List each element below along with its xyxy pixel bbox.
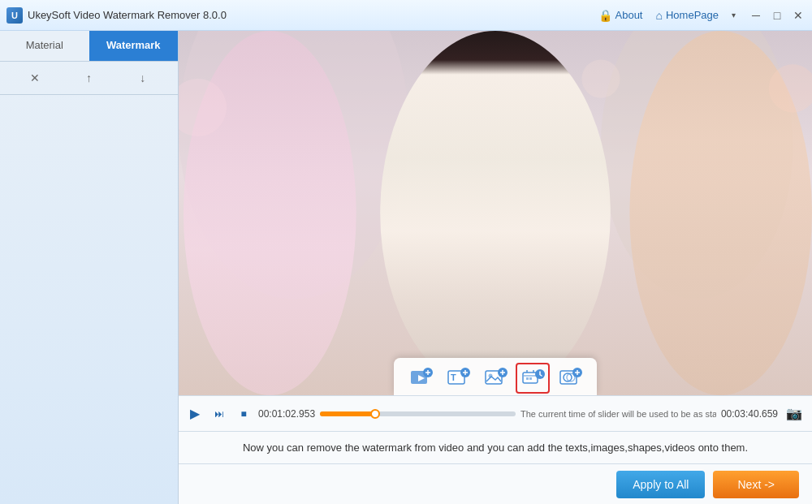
close-button[interactable]: ✕: [791, 8, 806, 23]
video-area: T: [179, 31, 812, 504]
step-forward-button[interactable]: ⏭: [209, 404, 229, 424]
player-tooltip: The current time of slider will be used …: [520, 409, 716, 419]
svg-rect-27: [526, 377, 529, 380]
screenshot-button[interactable]: 📷: [783, 403, 806, 425]
sidebar: Material Watermark ✕ ↑ ↓: [0, 31, 179, 504]
video-background: [179, 31, 812, 395]
title-left: U UkeySoft Video Watermark Remover 8.0.0: [6, 7, 227, 24]
app-title: UkeySoft Video Watermark Remover 8.0.0: [28, 9, 227, 21]
move-up-button[interactable]: ↑: [77, 68, 100, 88]
sidebar-content: [0, 95, 178, 504]
set-time-button[interactable]: [516, 363, 550, 394]
svg-rect-28: [529, 377, 532, 380]
maximize-button[interactable]: □: [770, 8, 784, 23]
lock-icon: 🔒: [598, 9, 612, 22]
info-message: Now you can remove the watermark from vi…: [243, 442, 748, 454]
move-down-button[interactable]: ↓: [132, 68, 154, 88]
sidebar-controls: ✕ ↑ ↓: [0, 62, 178, 95]
duration: 00:03:40.659: [721, 408, 778, 420]
add-image-button[interactable]: [478, 363, 512, 394]
video-scene: [179, 31, 812, 395]
video-frame[interactable]: T: [179, 31, 812, 395]
about-link[interactable]: 🔒 About: [598, 9, 643, 22]
progress-thumb: [370, 409, 380, 419]
stop-button[interactable]: ■: [234, 404, 253, 424]
title-right: 🔒 About ⌂ HomePage ▾ ─ □ ✕: [598, 8, 806, 23]
tab-watermark[interactable]: Watermark: [89, 31, 179, 61]
svg-point-8: [581, 59, 620, 97]
homepage-link[interactable]: ⌂ HomePage: [655, 9, 719, 22]
player-controls: ▶ ⏭ ■ 00:01:02.953 The current time of s…: [179, 395, 812, 431]
dropdown-icon[interactable]: ▾: [732, 11, 736, 19]
tab-material[interactable]: Material: [0, 31, 89, 61]
apply-to-all-button[interactable]: Apply to All: [616, 471, 705, 498]
app-icon: U: [6, 7, 23, 24]
play-button[interactable]: ▶: [185, 404, 205, 424]
next-button[interactable]: Next ->: [713, 471, 799, 498]
window-controls: ─ □ ✕: [749, 8, 806, 23]
toolbar-bar: T: [394, 358, 597, 395]
title-bar: U UkeySoft Video Watermark Remover 8.0.0…: [0, 0, 812, 31]
delete-button[interactable]: ✕: [24, 68, 46, 88]
add-text-button[interactable]: T: [441, 363, 475, 394]
add-media-button[interactable]: [404, 363, 438, 394]
add-effect-button[interactable]: [553, 363, 587, 394]
current-time: 00:01:02.953: [258, 408, 315, 420]
info-section: Now you can remove the watermark from vi…: [179, 431, 812, 463]
progress-fill: [320, 411, 374, 416]
progress-bar[interactable]: [320, 411, 516, 416]
home-icon: ⌂: [655, 9, 662, 22]
sidebar-tabs: Material Watermark: [0, 31, 178, 62]
svg-point-4: [380, 31, 611, 395]
main-container: Material Watermark ✕ ↑ ↓: [0, 31, 812, 504]
bottom-bar: Apply to All Next ->: [179, 463, 812, 504]
svg-text:T: T: [451, 373, 456, 382]
minimize-button[interactable]: ─: [749, 8, 763, 23]
